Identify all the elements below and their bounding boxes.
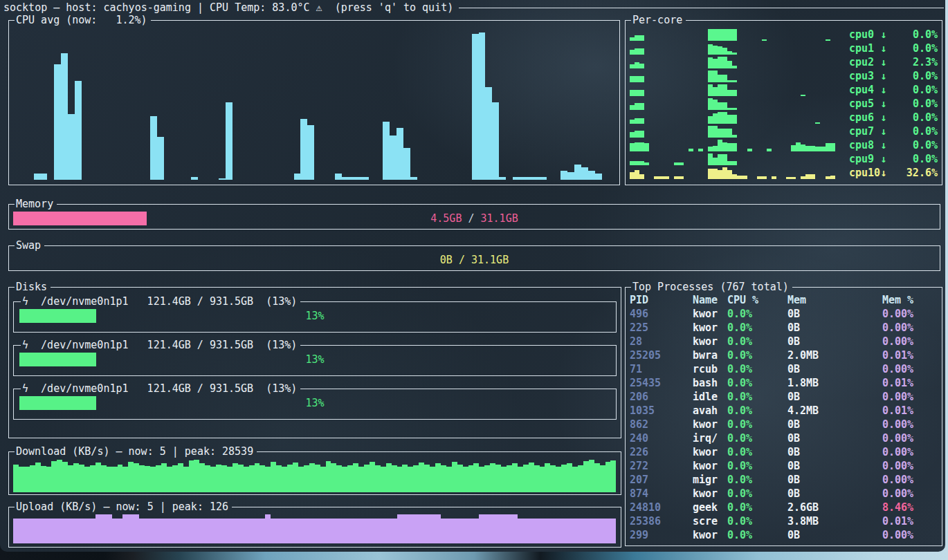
core-sparkline [630, 125, 845, 138]
process-row: 272kwor0.0%0B0.00% [630, 459, 938, 473]
core-value: 0.0% [913, 138, 938, 152]
core-label: cpu1 ↓0.0% [849, 41, 938, 55]
per-core-row: cpu2 ↓2.3% [630, 55, 938, 69]
per-core-row: cpu1 ↓0.0% [630, 41, 938, 55]
per-core-row: cpu7 ↓0.0% [630, 124, 938, 138]
memory-usage-text: 4.5GB / 31.1GB [13, 212, 936, 225]
process-cell: 28 [630, 335, 693, 348]
core-value: 0.0% [913, 97, 938, 111]
disk-gauge: 13% [19, 395, 610, 412]
process-row: 24810geek0.0%2.6GB8.46% [630, 501, 938, 514]
memory-total: 31.1GB [481, 212, 518, 225]
process-row: 240irq/0.0%0B0.00% [630, 431, 938, 445]
disk-list: ϟ /dev/nvme0n1p1 121.4GB / 931.5GB (13%)… [13, 295, 617, 420]
top-processes-panel: Top Processes (767 total) PID Name CPU %… [625, 281, 942, 546]
process-cell: bwra [693, 348, 727, 362]
process-cell: 0.0% [727, 404, 787, 418]
core-sparkline [630, 70, 845, 82]
process-cell: 0.00% [882, 335, 938, 348]
per-core-panel: Per-core cpu0 ↓0.0%cpu1 ↓0.0%cpu2 ↓2.3%c… [625, 14, 942, 185]
process-cell: 0.00% [882, 459, 938, 473]
process-cell: geek [693, 501, 727, 514]
process-cell: 496 [630, 307, 693, 321]
process-cell: 24810 [630, 501, 693, 514]
process-cell: 0.0% [727, 473, 787, 487]
core-sparkline [630, 111, 845, 124]
core-name: cpu9 ↓ [849, 152, 886, 166]
core-value: 0.0% [913, 83, 938, 97]
quit-hint: (press 'q' to quit) [322, 1, 454, 14]
core-value: 0.0% [913, 124, 938, 138]
process-cell: 0B [787, 431, 882, 445]
process-cell: 0.00% [882, 473, 938, 487]
memory-title: Memory [15, 198, 57, 210]
swap-usage-text: 0B / 31.1GB [13, 253, 936, 267]
process-row: 25435bash0.0%1.8MB0.01% [630, 376, 938, 390]
process-cell: 226 [630, 445, 693, 459]
swap-title: Swap [15, 239, 44, 252]
process-row: 206idle0.0%0B0.00% [630, 390, 938, 404]
core-sparkline [630, 153, 845, 165]
disk-label: /dev/nvme0n1p1 121.4GB / 931.5GB (13%) [28, 339, 297, 351]
core-sparkline [630, 56, 845, 68]
process-cell: 240 [630, 431, 693, 445]
col-header-mem: Mem [787, 293, 882, 307]
per-core-row: cpu5 ↓0.0% [630, 97, 938, 111]
warning-icon: ⚠ [316, 1, 322, 14]
swap-gauge: 0B / 31.1GB [13, 252, 936, 269]
process-cell: 0B [787, 528, 882, 542]
process-row: 225kwor0.0%0B0.00% [630, 321, 938, 335]
col-header-cpu: CPU % [727, 293, 787, 307]
process-cell: 0.00% [882, 445, 938, 459]
process-cell: 8.46% [882, 501, 938, 514]
process-cell: 2.6GB [787, 501, 882, 514]
core-name: cpu10↓ [849, 166, 886, 180]
process-cell: 862 [630, 418, 693, 431]
core-sparkline [630, 42, 845, 55]
process-cell: 0B [787, 418, 882, 431]
cpu-avg-chart [13, 28, 615, 180]
process-cell: kwor [693, 445, 727, 459]
core-label: cpu8 ↓0.0% [849, 138, 938, 152]
process-cell: migr [693, 473, 727, 487]
process-cell: 0.0% [727, 335, 787, 348]
process-cell: 4.2MB [787, 404, 882, 418]
swap-used: 0B [440, 254, 453, 266]
process-cell: 0.01% [882, 514, 938, 528]
disk-pct-text: 13% [19, 353, 610, 366]
process-cell: avah [693, 404, 727, 418]
process-cell: 0.0% [727, 376, 787, 390]
process-cell: 0.0% [727, 445, 787, 459]
download-panel: Download (KB/s) — now: 5 | peak: 28539 [8, 445, 621, 495]
core-label: cpu5 ↓0.0% [849, 97, 938, 111]
core-name: cpu2 ↓ [849, 55, 886, 69]
per-core-row: cpu6 ↓0.0% [630, 111, 938, 124]
core-name: cpu4 ↓ [849, 83, 886, 97]
process-cell: 0B [787, 390, 882, 404]
process-cell: 0.00% [882, 528, 938, 542]
core-sparkline [630, 97, 845, 110]
upload-chart [13, 513, 617, 543]
core-sparkline [630, 28, 845, 41]
process-cell: irq/ [693, 431, 727, 445]
process-row: 25386scre0.0%3.8MB0.01% [630, 514, 938, 528]
col-header-pid: PID [630, 293, 693, 307]
process-row: 28kwor0.0%0B0.00% [630, 335, 938, 348]
col-header-mem-pct: Mem % [882, 293, 938, 307]
process-row: 299kwor0.0%0B0.00% [630, 528, 938, 542]
disk-pct-text: 13% [19, 396, 610, 410]
process-cell: 225 [630, 321, 693, 335]
process-cell: 0.00% [882, 390, 938, 404]
process-cell: 0.0% [727, 321, 787, 335]
lightning-icon: ϟ [22, 339, 28, 351]
process-cell: 0.0% [727, 514, 787, 528]
process-cell: 272 [630, 459, 693, 473]
swap-panel: Swap 0B / 31.1GB [8, 239, 940, 271]
process-cell: 0.0% [727, 418, 787, 431]
process-cell: 0B [787, 445, 882, 459]
process-cell: 1.8MB [787, 376, 882, 390]
swap-separator: / [453, 254, 471, 266]
process-cell: 0.01% [882, 404, 938, 418]
cpu-avg-panel: CPU avg (now: 1.2%) [8, 14, 620, 185]
core-sparkline [630, 167, 845, 179]
